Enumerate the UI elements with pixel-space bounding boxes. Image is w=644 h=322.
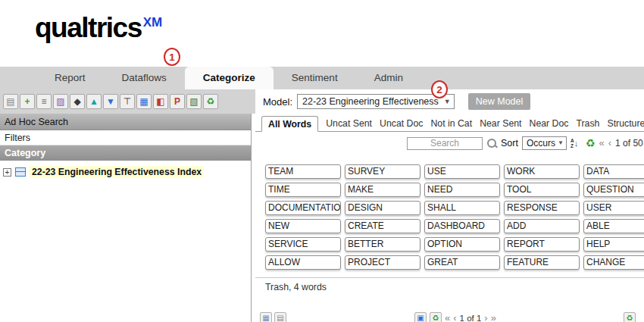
refresh-icon[interactable]: ♻ <box>624 312 636 322</box>
sort-az-icon[interactable]: AZ ↓ <box>571 137 582 149</box>
bottom-left-icons: ▦ ▤ <box>260 312 286 322</box>
word-button[interactable]: FEATURE <box>504 255 580 270</box>
word-button[interactable]: NEW <box>265 219 341 233</box>
pager-first-icon[interactable]: « <box>445 313 450 322</box>
category-tree-row[interactable]: + 22-23 Engineering Effectiveness Index <box>0 161 251 183</box>
model-label: Model: <box>263 96 292 108</box>
refresh-icon[interactable]: ♻ <box>586 137 596 149</box>
export-doc-icon[interactable]: ≡ <box>36 94 52 109</box>
trash-icon[interactable]: ▣ <box>414 312 427 322</box>
pager-last-icon[interactable]: » <box>491 313 496 322</box>
tab-not-in-cat[interactable]: Not in Cat <box>430 118 472 131</box>
search-input[interactable] <box>407 137 483 150</box>
word-button[interactable]: TOOL <box>504 183 580 197</box>
chevron-down-icon: ▼ <box>558 137 564 149</box>
nav-tab-dataflows[interactable]: Dataflows <box>104 67 185 89</box>
word-button[interactable]: OPTION <box>424 237 500 252</box>
image-icon[interactable]: ▨ <box>53 94 68 109</box>
word-button[interactable]: PROJECT <box>345 255 420 270</box>
word-button[interactable]: BETTER <box>345 237 420 252</box>
table-icon[interactable]: ▦ <box>136 94 152 109</box>
bottom-pager: ▣ ♻ « ‹ 1 of 1 › » <box>414 312 496 322</box>
word-button[interactable]: SHALL <box>424 201 500 215</box>
word-button[interactable]: TIME <box>265 183 341 197</box>
pager-prev-icon[interactable]: ‹ <box>608 138 611 148</box>
sidebar: Ad Hoc Search Filters Category + 22-23 E… <box>0 114 252 322</box>
refresh-icon[interactable]: ♻ <box>430 312 442 322</box>
move-down-icon[interactable]: ▼ <box>103 94 118 109</box>
model-select[interactable]: 22-23 Engineering Effectiveness ▼ <box>297 94 455 109</box>
trash-status-text: Trash, 4 words <box>265 282 327 292</box>
word-button[interactable]: CHANGE <box>583 255 644 270</box>
tag-icon[interactable]: ◆ <box>70 94 85 109</box>
word-button[interactable]: USE <box>424 164 500 179</box>
nav-tab-sentiment[interactable]: Sentiment <box>274 67 356 89</box>
tab-near-doc[interactable]: Near Doc <box>530 118 569 131</box>
pdf-icon[interactable]: P <box>170 94 185 109</box>
words-panel: All Words Uncat Sent Uncat Doc Not in Ca… <box>255 114 644 322</box>
tab-uncat-sent[interactable]: Uncat Sent <box>326 118 372 131</box>
word-button[interactable]: QUESTION <box>583 183 644 197</box>
word-controls: Sort Occurs ▼ AZ ↓ ♻ « ‹ 1 of 50 <box>407 136 643 150</box>
tab-near-sent[interactable]: Near Sent <box>480 118 521 131</box>
word-button[interactable]: NEED <box>424 183 500 197</box>
bottom-toolbar: ▦ ▤ ▣ ♻ « ‹ 1 of 1 › » ♻ <box>255 312 644 322</box>
bottom-right-icons: ♻ <box>624 312 636 322</box>
word-button[interactable]: GREAT <box>424 255 500 270</box>
tab-trash[interactable]: Trash <box>576 118 599 131</box>
filters-item[interactable]: Filters <box>0 130 251 145</box>
pager-first-icon[interactable]: « <box>599 138 605 148</box>
new-model-button[interactable]: New Model <box>468 93 531 110</box>
word-button[interactable]: DATA <box>583 164 644 179</box>
word-button[interactable]: DASHBOARD <box>424 219 500 233</box>
word-button[interactable]: WORK <box>504 164 580 179</box>
grid-view-icon[interactable]: ▦ <box>260 312 272 322</box>
category-icon <box>15 167 26 177</box>
list-view-icon[interactable]: ▤ <box>274 312 286 322</box>
word-button[interactable]: CREATE <box>345 219 420 233</box>
nav-tab-report[interactable]: Report <box>36 67 104 89</box>
word-button[interactable]: USER <box>583 201 644 215</box>
sort-select[interactable]: Occurs ▼ <box>522 136 567 150</box>
tab-structure[interactable]: Structure <box>607 118 644 131</box>
nav-tabbar: Report Dataflows Categorize Sentiment Ad… <box>0 67 644 89</box>
word-button[interactable]: DOCUMENTATION <box>265 201 341 215</box>
word-button[interactable]: RESPONSE <box>504 201 580 215</box>
word-button[interactable]: ALLOW <box>265 255 341 270</box>
word-button[interactable]: SURVEY <box>345 164 420 179</box>
category-toolbar: ▤ + ≡ ▨ ◆ ▲ ▼ ⊤ ▦ ◧ P ▧ ♻ <box>0 89 255 114</box>
qualtrics-categorize-screen: qualtricsXM Report Dataflows Categorize … <box>0 0 644 322</box>
tab-uncat-doc[interactable]: Uncat Doc <box>380 118 423 131</box>
category-tree-label[interactable]: 22-23 Engineering Effectiveness Index <box>30 166 204 178</box>
save-icon[interactable]: ▤ <box>3 94 18 109</box>
model-select-value: 22-23 Engineering Effectiveness <box>302 96 439 107</box>
word-button[interactable]: SERVICE <box>265 237 341 252</box>
nav-tab-categorize[interactable]: Categorize <box>185 67 274 89</box>
word-button[interactable]: HELP <box>583 237 644 252</box>
pager-prev-icon[interactable]: ‹ <box>453 313 456 322</box>
tab-all-words[interactable]: All Words <box>261 116 318 132</box>
word-button[interactable]: MAKE <box>345 183 420 197</box>
chevron-down-icon: ▼ <box>444 95 451 108</box>
report-icon[interactable]: ▧ <box>186 94 202 109</box>
pager-next-icon[interactable]: › <box>484 313 487 322</box>
word-grid: TEAM SURVEY USE WORK DATA TIME MAKE NEED… <box>265 164 644 270</box>
refresh-icon[interactable]: ♻ <box>203 94 218 109</box>
word-button[interactable]: TEAM <box>265 164 341 179</box>
word-button[interactable]: ADD <box>504 219 580 233</box>
move-up-icon[interactable]: ▲ <box>86 94 102 109</box>
tree-expander-icon[interactable]: + <box>3 168 11 177</box>
nav-tab-admin[interactable]: Admin <box>356 67 421 89</box>
hierarchy-icon[interactable]: ⊤ <box>120 94 135 109</box>
pager-label: 1 of 50 <box>615 138 643 148</box>
word-button[interactable]: DESIGN <box>345 201 420 215</box>
merge-icon[interactable]: ◧ <box>153 94 168 109</box>
category-header[interactable]: Category <box>0 145 251 161</box>
add-icon[interactable]: + <box>20 94 35 109</box>
az-arrow: ↓ <box>574 138 579 148</box>
search-icon[interactable] <box>486 138 497 148</box>
model-bar: Model: 22-23 Engineering Effectiveness ▼… <box>255 89 644 114</box>
word-button[interactable]: ABLE <box>583 219 644 233</box>
word-button[interactable]: REPORT <box>504 237 580 252</box>
adhoc-search-header[interactable]: Ad Hoc Search <box>0 114 251 130</box>
